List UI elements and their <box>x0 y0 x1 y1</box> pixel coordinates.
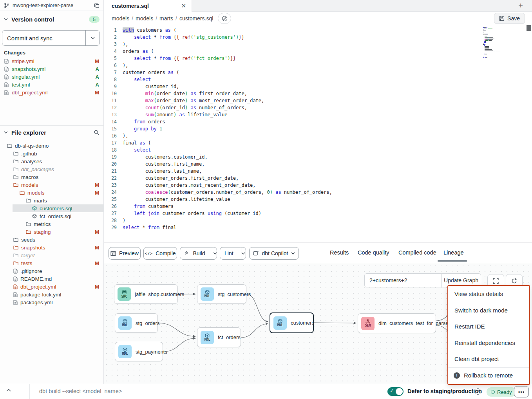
preview-label: Preview <box>119 250 139 256</box>
code-editor[interactable]: 1with customers as (2 select * from {{ r… <box>104 25 532 243</box>
file-explorer-header[interactable]: File explorer <box>4 128 100 137</box>
tree-item-snapshots[interactable]: snapshotsM <box>0 244 103 251</box>
lineage-node-stg_customers[interactable]: MDLstg_customers <box>197 284 246 304</box>
line-number: 20 <box>104 161 123 168</box>
lineage-node-stg_payments[interactable]: MDLstg_payments <box>115 342 163 361</box>
tree-item-tests[interactable]: testsM <box>0 259 103 267</box>
menu-item-rollback-to-remote[interactable]: !Rollback to remote <box>448 368 529 383</box>
code-line: 19 customers.customer_id, <box>104 153 532 161</box>
more-options-button[interactable]: ••• <box>514 386 529 397</box>
minimap[interactable] <box>483 27 506 58</box>
change-file-name: dbt_project.yml <box>12 90 48 96</box>
tree-item-README.md[interactable]: README.md <box>0 275 103 283</box>
change-row-dbt_project.yml[interactable]: dbt_project.ymlM <box>0 88 103 96</box>
tree-item-.gitignore[interactable]: .gitignore <box>0 267 103 275</box>
build-button-group: Build <box>180 247 217 260</box>
tree-item-label: dbt_project.yml <box>20 284 56 290</box>
lineage-filter-input[interactable]: 2+customers+2 <box>364 273 442 287</box>
chevron-up-icon[interactable] <box>6 389 11 392</box>
scrollbar-thumb[interactable] <box>527 25 531 31</box>
commit-and-sync-button[interactable]: Commit and sync <box>2 30 100 46</box>
code-line: 22 customer_orders.first_order_date, <box>104 175 532 182</box>
mdl-badge: MDL <box>201 331 214 344</box>
tree-item-macros[interactable]: macros <box>0 173 103 181</box>
table-icon <box>110 251 116 256</box>
code-line: 16), <box>104 132 532 139</box>
code-line: 3), <box>104 41 532 48</box>
lineage-node-jaffle_shop.customers[interactable]: SRCjaffle_shop.customers <box>114 284 178 304</box>
menu-item-reinstall-dependencies[interactable]: Reinstall dependencies <box>448 335 529 351</box>
help-icon[interactable]: ? <box>475 388 481 395</box>
lineage-node-stg_orders[interactable]: MDLstg_orders <box>115 313 158 333</box>
tab-results[interactable]: Results <box>330 249 349 256</box>
tree-item-fct_orders.sql[interactable]: fct_orders.sql <box>0 212 103 220</box>
tab-customers-sql[interactable]: customers.sql ✕ <box>104 0 192 12</box>
lint-options-caret[interactable] <box>241 247 246 259</box>
tree-item-analyses[interactable]: analyses <box>0 157 103 165</box>
preview-button[interactable]: Preview <box>109 247 141 260</box>
search-icon[interactable] <box>94 130 100 135</box>
tree-item-dbt_packages[interactable]: dbt_packages <box>0 165 103 173</box>
code-line: 13 sum(amount) as lifetime_value <box>104 111 532 118</box>
change-row-snapshots.yml[interactable]: snapshots.ymlA <box>0 65 103 73</box>
statusbar-divider <box>29 384 30 399</box>
command-input[interactable]: dbt build --select <model_name> <box>39 388 122 394</box>
copilot-caret-icon <box>291 252 295 255</box>
menu-item-switch-to-dark-mode[interactable]: Switch to dark mode <box>448 302 529 319</box>
tree-item-label: snapshots <box>21 245 45 251</box>
code-line: 11 max(order_date) as most_recent_order_… <box>104 97 532 104</box>
lineage-node-dim_customers_test_for_parse[interactable]: SEMdim_customers_test_for_parse <box>358 313 436 333</box>
tree-item-package-lock.yml[interactable]: package-lock.yml <box>0 291 103 298</box>
explore-compass-button[interactable] <box>218 13 231 24</box>
menu-item-restart-ide[interactable]: Restart IDE <box>448 318 529 335</box>
tab-code-quality[interactable]: Code quality <box>358 249 389 256</box>
tab-lineage[interactable]: Lineage <box>443 249 464 256</box>
branch-selector[interactable]: mwong-test-explorer-parse <box>0 0 103 11</box>
sidebar: mwong-test-explorer-parse Version contro… <box>0 0 104 384</box>
copy-icon[interactable] <box>94 3 100 8</box>
tree-item-marts[interactable]: marts <box>0 197 103 204</box>
tree-item-db-sl-qs-demo[interactable]: db-sl-qs-demo <box>0 142 103 150</box>
tree-item-label: marts <box>34 198 47 204</box>
tree-item-customers.sql[interactable]: customers.sql <box>13 204 103 212</box>
tree-item-models[interactable]: modelsM <box>0 181 103 189</box>
change-row-stripe.yml[interactable]: stripe.ymlM <box>0 57 103 65</box>
new-tab-button[interactable]: + <box>516 0 526 11</box>
update-graph-label: Update Graph <box>444 277 478 283</box>
active-tab-underline <box>438 260 467 262</box>
tree-item-staging[interactable]: stagingM <box>0 228 103 236</box>
menu-item-view-status-details[interactable]: View status details <box>448 286 529 302</box>
menu-item-clean-dbt-project[interactable]: Clean dbt project <box>448 351 529 367</box>
mdl-badge: MDL <box>201 287 214 301</box>
fullscreen-icon <box>493 278 499 284</box>
breadcrumb-separator: / <box>156 15 157 22</box>
compile-button[interactable]: </> Compile <box>143 247 177 260</box>
lineage-node-customers[interactable]: MDLcustomers <box>270 312 314 333</box>
commit-options-caret[interactable] <box>85 31 100 45</box>
tree-item-metrics[interactable]: metrics <box>0 220 103 228</box>
tree-item-.github[interactable]: .github <box>0 150 103 157</box>
line-number: 16 <box>104 132 123 139</box>
tree-item-seeds[interactable]: seeds <box>0 236 103 244</box>
line-number: 10 <box>104 90 123 97</box>
tree-item-target[interactable]: target <box>0 251 103 259</box>
ide-status-badge[interactable]: Ready <box>487 387 516 397</box>
code-line: 14 from orders <box>104 118 532 125</box>
build-options-caret[interactable] <box>213 247 217 259</box>
code-line: 26 from customers <box>104 203 532 210</box>
tree-item-dbt_project.yml[interactable]: dbt_project.ymlM <box>0 283 103 291</box>
line-number: 29 <box>104 224 123 231</box>
tree-item-models[interactable]: modelsM <box>0 189 103 197</box>
close-icon[interactable]: ✕ <box>181 2 186 9</box>
defer-toggle[interactable]: ✓ <box>387 387 404 396</box>
lineage-node-fct_orders[interactable]: MDLfct_orders <box>197 327 241 347</box>
change-row-singular.yml[interactable]: singular.ymlA <box>0 73 103 81</box>
dbt-copilot-button[interactable]: dbt Copilot <box>249 247 299 260</box>
lint-button[interactable]: Lint <box>220 250 238 256</box>
build-button[interactable]: Build <box>180 250 209 256</box>
tree-item-packages.yml[interactable]: packages.yml <box>0 298 103 306</box>
change-row-test.yml[interactable]: test.ymlA <box>0 81 103 88</box>
tab-compiled-code[interactable]: Compiled code <box>398 249 436 256</box>
save-button[interactable]: Save <box>494 13 525 24</box>
version-control-header[interactable]: Version control 5 <box>4 15 100 23</box>
